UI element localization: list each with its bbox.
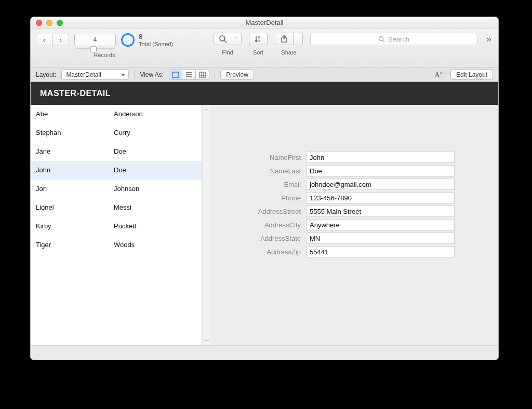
svg-point-0	[220, 36, 225, 41]
field-label: Phone	[231, 194, 306, 202]
records-label: Records	[94, 52, 115, 58]
field-label: AddressCity	[231, 221, 306, 229]
field-label: NameFirst	[231, 154, 306, 161]
list-item-last: Johnson	[114, 185, 202, 193]
find-button[interactable]	[214, 33, 232, 45]
field-input[interactable]: Doe	[306, 165, 455, 176]
find-label: Find	[222, 49, 233, 56]
detail-pane: NameFirstJohnNameLastDoeEmailjohndoe@gma…	[210, 105, 498, 345]
list-item-first: John	[36, 166, 114, 174]
scroll-down-button[interactable]: ﹀	[203, 337, 210, 345]
field-label: AddressStreet	[231, 208, 306, 215]
field-input[interactable]: 123-456-7890	[306, 192, 455, 203]
toolbar-overflow-button[interactable]: »	[485, 33, 493, 45]
scroll-up-button[interactable]: ︿	[203, 105, 210, 113]
find-segment	[214, 33, 242, 45]
toolbar: ‹ › 4 8 Total (Sorted) Records	[31, 29, 498, 67]
record-number-box[interactable]: 4	[74, 34, 116, 46]
window-title: MasterDetail	[31, 19, 498, 26]
field-input[interactable]: 5555 Main Street	[306, 206, 455, 217]
detail-field: AddressCityAnywhere	[231, 218, 488, 231]
sort-label: Sort	[253, 49, 263, 56]
next-record-button[interactable]: ›	[52, 34, 69, 46]
list-item-last: Woods	[114, 241, 202, 249]
search-input[interactable]: Search	[310, 33, 477, 45]
app-window: MasterDetail ‹ › 4 8	[30, 17, 499, 360]
body: AbeAndersonStephanCurryJaneDoeJohnDoeJon…	[31, 105, 498, 345]
sort-button[interactable]: a z	[249, 33, 268, 45]
field-input[interactable]: Anywhere	[306, 219, 455, 230]
view-table-button[interactable]	[196, 70, 209, 80]
list-item-last: Puckett	[114, 222, 202, 230]
detail-field: AddressStreet5555 Main Street	[231, 204, 488, 218]
layout-label: Layout:	[36, 71, 56, 78]
master-list: AbeAndersonStephanCurryJaneDoeJohnDoeJon…	[31, 105, 202, 345]
list-item-last: Doe	[114, 147, 202, 155]
list-item[interactable]: AbeAnderson	[31, 105, 202, 124]
svg-marker-2	[236, 37, 237, 40]
svg-line-11	[383, 40, 384, 42]
text-formatting-button[interactable]: Aa	[431, 70, 445, 79]
list-item[interactable]: JonJohnson	[31, 180, 202, 198]
share-menu-button[interactable]	[294, 33, 303, 45]
viewas-label: View As:	[140, 71, 164, 78]
list-item-last: Messi	[114, 203, 202, 211]
titlebar: MasterDetail	[31, 17, 498, 29]
list-item-last: Curry	[114, 129, 202, 137]
share-button[interactable]	[275, 33, 294, 45]
search-icon	[378, 36, 385, 43]
layout-select[interactable]: MasterDetail	[61, 70, 129, 80]
share-icon	[281, 35, 288, 43]
record-info: 8 Total (Sorted)	[121, 33, 173, 48]
field-input[interactable]: johndoe@gmail.com	[306, 179, 455, 190]
svg-rect-12	[172, 72, 179, 77]
detail-field: NameLastDoe	[231, 164, 488, 178]
detail-field: AddressStateMN	[231, 231, 488, 245]
list-item[interactable]: StephanCurry	[31, 124, 202, 142]
list-item[interactable]: JohnDoe	[31, 161, 202, 180]
field-input[interactable]: John	[306, 152, 455, 163]
form-view-icon	[172, 72, 179, 78]
list-item[interactable]: KirbyPuckett	[31, 217, 202, 236]
chevron-down-icon	[236, 37, 237, 40]
svg-text:a: a	[258, 35, 260, 39]
svg-marker-4	[255, 40, 258, 43]
sort-icon: a z	[254, 35, 262, 43]
chevron-right-icon: ›	[59, 36, 62, 44]
search-wrap: Search	[310, 33, 477, 45]
find-group: Find	[214, 33, 242, 56]
field-input[interactable]: 55441	[306, 246, 455, 257]
total-records: 8	[139, 33, 173, 41]
share-group: Share	[275, 33, 303, 56]
view-form-button[interactable]	[169, 70, 182, 80]
record-status: Total (Sorted)	[139, 41, 173, 48]
list-item-first: Kirby	[36, 222, 114, 230]
field-input[interactable]: MN	[306, 233, 455, 244]
list-item[interactable]: TigerWoods	[31, 236, 202, 254]
field-label: AddressZip	[231, 248, 306, 256]
record-slider[interactable]	[72, 47, 118, 50]
list-item[interactable]: LionelMessi	[31, 198, 202, 217]
layout-select-value: MasterDetail	[66, 71, 101, 78]
field-label: Email	[231, 181, 306, 188]
list-item-first: Jane	[36, 147, 114, 155]
svg-line-1	[224, 40, 227, 43]
prev-record-button[interactable]: ‹	[36, 34, 52, 46]
list-item-last: Anderson	[114, 110, 202, 118]
view-as-segment	[169, 70, 209, 80]
search-placeholder: Search	[388, 35, 409, 43]
field-label: AddressState	[231, 235, 306, 242]
svg-rect-16	[200, 72, 206, 77]
current-record-number: 4	[94, 36, 97, 44]
detail-field: Emailjohndoe@gmail.com	[231, 178, 488, 191]
view-list-button[interactable]	[182, 70, 196, 80]
find-menu-button[interactable]	[232, 33, 242, 45]
share-label: Share	[281, 49, 296, 56]
edit-layout-button[interactable]: Edit Layout	[450, 70, 493, 80]
records-group: ‹ › 4 8 Total (Sorted) Records	[36, 33, 173, 58]
list-item[interactable]: JaneDoe	[31, 142, 202, 161]
master-scrollbar[interactable]: ︿ ﹀	[202, 105, 210, 345]
chevron-down-icon	[298, 37, 298, 40]
layout-bar: Layout: MasterDetail View As:	[31, 67, 498, 82]
preview-button[interactable]: Preview	[220, 70, 254, 80]
